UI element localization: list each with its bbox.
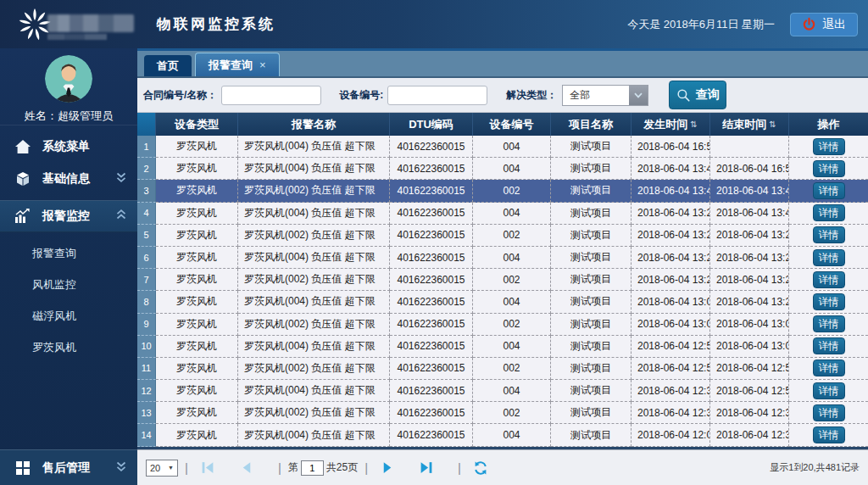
cell-start-time: 2018-06-04 12:5	[632, 336, 710, 358]
tab-home[interactable]: 首页	[144, 55, 192, 76]
first-page-button[interactable]	[200, 460, 215, 475]
cell-start-time: 2018-06-04 12:0	[632, 424, 710, 446]
cell-alarm-name: 罗茨风机(002) 负压值 超下限	[238, 180, 390, 202]
table-row[interactable]: 4罗茨风机罗茨风机(004) 负压值 超下限401622360015004测试项…	[137, 203, 868, 225]
sidebar-item-maglev-fan[interactable]: 磁浮风机	[0, 300, 137, 332]
header-date: 今天是 2018年6月11日 星期一	[627, 17, 775, 32]
separator: |	[278, 460, 281, 475]
sidebar-item-basic-info[interactable]: 基础信息	[0, 163, 137, 195]
cell-dtu-code: 401622360015	[390, 203, 473, 225]
cell-device-type: 罗茨风机	[156, 269, 238, 291]
prev-page-button[interactable]	[239, 460, 254, 475]
row-number: 9	[137, 314, 156, 336]
table-row[interactable]: 14罗茨风机罗茨风机(004) 负压值 超下限401622360015004测试…	[137, 424, 868, 446]
table-row[interactable]: 8罗茨风机罗茨风机(004) 负压值 超下限401622360015004测试项…	[137, 291, 868, 313]
table-row[interactable]: 1罗茨风机罗茨风机(004) 负压值 超下限401622360015004测试项…	[137, 136, 868, 158]
cell-dtu-code: 401622360015	[390, 336, 473, 358]
device-input[interactable]	[387, 86, 487, 105]
detail-button[interactable]: 详情	[813, 249, 845, 266]
table-row[interactable]: 10罗茨风机罗茨风机(004) 负压值 超下限401622360015004测试…	[137, 336, 868, 358]
separator: |	[458, 460, 461, 475]
cell-operation: 详情	[789, 158, 868, 180]
cell-alarm-name: 罗茨风机(004) 负压值 超下限	[238, 380, 390, 402]
cell-device-type: 罗茨风机	[156, 291, 238, 313]
chevron-down-icon[interactable]	[629, 86, 648, 105]
type-select[interactable]: 全部	[562, 85, 648, 106]
table-row[interactable]: 3罗茨风机罗茨风机(002) 负压值 超下限401622360015002测试项…	[137, 180, 868, 202]
sidebar-item-alarm-monitor[interactable]: 报警监控	[0, 200, 137, 232]
cell-device-no: 004	[473, 380, 551, 402]
cell-dtu-code: 401622360015	[390, 225, 473, 247]
cell-device-no: 002	[473, 314, 551, 336]
sidebar-item-fan-monitor[interactable]: 风机监控	[0, 269, 137, 300]
cell-start-time: 2018-06-04 12:3	[632, 402, 710, 424]
cube-icon	[14, 171, 32, 187]
sidebar-item-system-menu[interactable]: 系统菜单	[0, 131, 137, 163]
cell-device-type: 罗茨风机	[156, 247, 238, 269]
sidebar-item-roots-fan[interactable]: 罗茨风机	[0, 332, 137, 363]
cell-dtu-code: 401622360015	[390, 380, 473, 402]
column-header: DTU编码	[390, 113, 473, 136]
cell-project-name: 测试项目	[551, 158, 632, 180]
detail-button[interactable]: 详情	[813, 382, 845, 399]
cell-operation: 详情	[789, 136, 868, 158]
table-row[interactable]: 13罗茨风机罗茨风机(002) 负压值 超下限401622360015002测试…	[137, 402, 868, 424]
cell-device-no: 002	[473, 358, 551, 380]
next-page-button[interactable]	[380, 460, 395, 475]
logout-button[interactable]: 退出	[790, 13, 858, 36]
detail-button[interactable]: 详情	[813, 360, 845, 376]
query-label: 查询	[696, 87, 720, 103]
contract-input[interactable]	[221, 86, 321, 105]
cell-device-no: 004	[473, 158, 551, 180]
query-button[interactable]: 查询	[669, 81, 726, 109]
table-row[interactable]: 5罗茨风机罗茨风机(002) 负压值 超下限401622360015002测试项…	[137, 225, 868, 247]
cell-alarm-name: 罗茨风机(004) 负压值 超下限	[238, 336, 390, 358]
cell-alarm-name: 罗茨风机(004) 负压值 超下限	[238, 424, 390, 446]
alarm-table: 设备类型报警名称DTU编码设备编号项目名称发生时间⇅结束时间⇅操作 1罗茨风机罗…	[137, 113, 868, 447]
close-icon[interactable]: ×	[259, 59, 266, 71]
detail-button[interactable]: 详情	[813, 182, 845, 199]
sort-icon: ⇅	[769, 120, 776, 129]
cell-project-name: 测试项目	[551, 180, 632, 202]
detail-button[interactable]: 详情	[813, 337, 845, 354]
table-row[interactable]: 12罗茨风机罗茨风机(004) 负压值 超下限401622360015004测试…	[137, 380, 868, 402]
detail-button[interactable]: 详情	[813, 138, 845, 155]
column-header[interactable]: 发生时间⇅	[632, 113, 710, 136]
tab-alarm-query[interactable]: 报警查询 ×	[195, 53, 280, 76]
page-suffix: 共25页	[326, 460, 358, 475]
detail-button[interactable]: 详情	[813, 226, 845, 243]
sidebar-item-after-sales[interactable]: 售后管理	[0, 449, 137, 485]
table-row[interactable]: 7罗茨风机罗茨风机(002) 负压值 超下限401622360015002测试项…	[137, 269, 868, 291]
column-header: 项目名称	[551, 113, 632, 136]
detail-button[interactable]: 详情	[813, 315, 845, 332]
detail-button[interactable]: 详情	[813, 426, 845, 443]
cell-device-type: 罗茨风机	[156, 203, 238, 225]
company-name-redacted	[47, 14, 134, 32]
page-prefix: 第	[288, 460, 298, 475]
last-page-button[interactable]	[419, 460, 434, 475]
cell-dtu-code: 401622360015	[390, 424, 473, 446]
page-input[interactable]	[301, 460, 324, 476]
cell-device-no: 002	[473, 180, 551, 202]
cell-start-time: 2018-06-04 13:2	[632, 269, 710, 291]
detail-button[interactable]: 详情	[813, 293, 845, 310]
detail-button[interactable]: 详情	[813, 404, 845, 421]
table-row[interactable]: 9罗茨风机罗茨风机(002) 负压值 超下限401622360015002测试项…	[137, 314, 868, 336]
column-header[interactable]: 结束时间⇅	[710, 113, 789, 136]
sidebar-item-label: 报警监控	[42, 209, 115, 224]
cell-start-time: 2018-06-04 13:4	[632, 180, 710, 202]
table-row[interactable]: 6罗茨风机罗茨风机(004) 负压值 超下限401622360015004测试项…	[137, 247, 868, 269]
cell-dtu-code: 401622360015	[390, 158, 473, 180]
cell-operation: 详情	[789, 314, 868, 336]
detail-button[interactable]: 详情	[813, 204, 845, 221]
cell-project-name: 测试项目	[551, 336, 632, 358]
refresh-icon[interactable]	[473, 460, 488, 476]
page-size-select[interactable]: 20 ▼	[146, 460, 178, 477]
row-number: 2	[137, 158, 156, 180]
detail-button[interactable]: 详情	[813, 160, 845, 177]
sidebar-item-alarm-query[interactable]: 报警查询	[0, 237, 137, 269]
table-row[interactable]: 2罗茨风机罗茨风机(004) 负压值 超下限401622360015004测试项…	[137, 158, 868, 180]
tab-label: 报警查询	[209, 58, 253, 73]
table-row[interactable]: 11罗茨风机罗茨风机(002) 负压值 超下限401622360015002测试…	[137, 358, 868, 380]
detail-button[interactable]: 详情	[813, 271, 845, 288]
